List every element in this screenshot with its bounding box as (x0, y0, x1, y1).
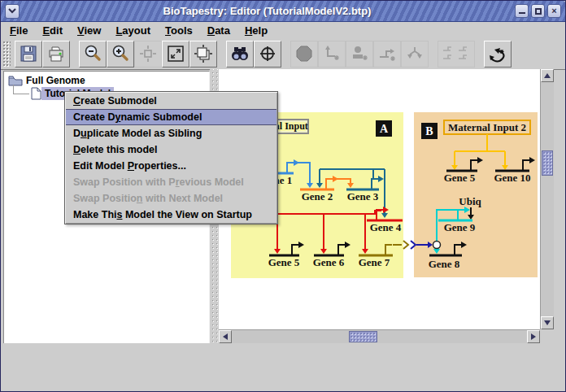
menu-item-create-dynamic-submodel[interactable]: Create Dynamic Submodel (66, 109, 276, 125)
overlay-icon (441, 44, 472, 63)
search-button[interactable] (226, 41, 254, 68)
tree-connector (13, 94, 29, 94)
menu-item-edit-model-properties[interactable]: Edit Model Properties... (66, 158, 276, 174)
tree-item-label: Full Genome (23, 74, 89, 87)
node-label-ubiq[interactable]: Ubiq (459, 195, 481, 207)
gene-label: Gene 4 (370, 221, 402, 233)
scroll-left-button[interactable] (219, 330, 232, 343)
arrow-right-icon (531, 333, 536, 340)
add-link-button (318, 41, 346, 68)
add-gene-button (373, 41, 401, 68)
input-box-maternal-input-2[interactable]: Maternal Input 2 (444, 120, 530, 134)
vertical-scroll-thumb[interactable] (542, 150, 553, 176)
stop-octagon-icon (294, 44, 314, 63)
printer-icon (46, 44, 66, 63)
close-icon: × (551, 7, 556, 15)
minimize-button[interactable] (515, 4, 529, 18)
center-arrows-icon (138, 44, 158, 63)
crosshair-icon (258, 44, 277, 63)
toolbar (1, 38, 565, 69)
gene-label: Gene 7 (359, 256, 390, 268)
menu-layout[interactable]: Layout (108, 24, 158, 37)
svg-text:B: B (425, 125, 433, 137)
overlay-tools-button (438, 41, 475, 68)
scrollbar-corner (540, 329, 554, 343)
link-junction-node[interactable] (433, 242, 441, 249)
gene-label: Gene 6 (313, 256, 345, 268)
zoom-to-current-model-button[interactable] (189, 41, 217, 68)
window-controls: × (515, 4, 561, 18)
gene-label: Gene 5 (268, 256, 300, 268)
gene-label: Gene 8 (429, 258, 460, 270)
scroll-up-button[interactable] (541, 69, 554, 82)
menu-file[interactable]: File (2, 24, 35, 37)
svg-text:Maternal Input 2: Maternal Input 2 (448, 121, 526, 133)
expand-box-icon (166, 44, 185, 63)
scroll-down-button[interactable] (541, 316, 554, 329)
add-node-button (346, 41, 373, 68)
pages-arrows-icon (194, 44, 213, 63)
gene-asterisk-icon (377, 44, 397, 63)
menu-item-swap-position-next: Swap Position with Next Model (66, 190, 276, 207)
magnifier-minus-icon (83, 44, 102, 63)
bottom-panel (1, 343, 565, 391)
menu-item-create-submodel[interactable]: Create Submodel (66, 93, 276, 109)
scroll-right-button[interactable] (527, 330, 540, 343)
zoom-to-all-models-button[interactable] (162, 41, 189, 68)
canvas-horizontal-scrollbar[interactable] (219, 329, 540, 343)
model-context-menu: Create Submodel Create Dynamic Submodel … (64, 91, 278, 224)
gene-label: Gene 3 (347, 190, 379, 203)
zoom-in-button[interactable] (107, 41, 134, 68)
magnifier-plus-icon (111, 44, 130, 63)
arrow-up-icon (544, 73, 551, 78)
menu-tools[interactable]: Tools (158, 24, 200, 37)
add-net-tree-button (401, 41, 429, 68)
center-on-selection-button[interactable] (254, 41, 281, 68)
region-b-badge: B (421, 123, 438, 139)
region-a-badge: A (376, 120, 392, 137)
save-button[interactable] (15, 41, 42, 68)
region-exit-chevron (403, 241, 408, 249)
arrow-down-icon (544, 320, 551, 325)
window-title: BioTapestry: Editor (TutorialModelV2.btp… (20, 5, 515, 17)
gene-label: Gene 9 (444, 221, 476, 233)
canvas-vertical-scrollbar[interactable] (540, 69, 554, 329)
gene-label: Gene 2 (302, 190, 333, 203)
center-on-model-button (134, 41, 162, 68)
menu-edit[interactable]: Edit (35, 24, 70, 37)
menu-item-swap-position-previous: Swap Position with Previous Model (66, 174, 276, 190)
app-window: BioTapestry: Editor (TutorialModelV2.btp… (0, 0, 566, 392)
toolbar-drag-handle[interactable] (2, 41, 11, 68)
node-asterisk-icon (350, 44, 369, 63)
cancel-add-button (290, 41, 318, 68)
curvy-arrow-icon (488, 44, 507, 63)
gene-label: Gene 5 (444, 172, 476, 184)
floppy-icon (19, 44, 38, 63)
menu-item-delete-this-model[interactable]: Delete this model (66, 142, 276, 158)
title-bar: BioTapestry: Editor (TutorialModelV2.btp… (1, 1, 565, 22)
print-button[interactable] (42, 41, 70, 68)
menu-item-duplicate-model-as-sibling[interactable]: Duplicate Model as Sibling (66, 125, 276, 142)
link-asterisk-icon (322, 44, 342, 63)
folder-icon (8, 75, 23, 86)
document-icon (31, 87, 41, 100)
menu-bar: File Edit View Layout Tools Data Help (1, 22, 565, 38)
chevron-down-icon (8, 8, 16, 14)
menu-help[interactable]: Help (237, 24, 275, 37)
horizontal-scroll-thumb[interactable] (349, 331, 377, 342)
maximize-button[interactable] (531, 4, 545, 18)
maximize-icon (535, 8, 542, 15)
window-menu-button[interactable] (5, 4, 20, 19)
svg-text:A: A (380, 123, 389, 135)
branch-asterisk-icon (405, 44, 424, 63)
menu-data[interactable]: Data (200, 24, 237, 37)
gene-label: Gene 10 (494, 172, 530, 184)
zoom-out-button[interactable] (79, 41, 107, 68)
menu-item-make-view-on-startup[interactable]: Make This Model the View on Startup (66, 207, 276, 223)
arrow-left-icon (223, 333, 228, 340)
close-button[interactable]: × (547, 4, 561, 18)
tree-item-full-genome[interactable]: Full Genome (8, 74, 89, 87)
toggle-link-style-button[interactable] (484, 41, 512, 68)
binoculars-icon (230, 44, 250, 63)
menu-view[interactable]: View (70, 24, 108, 37)
